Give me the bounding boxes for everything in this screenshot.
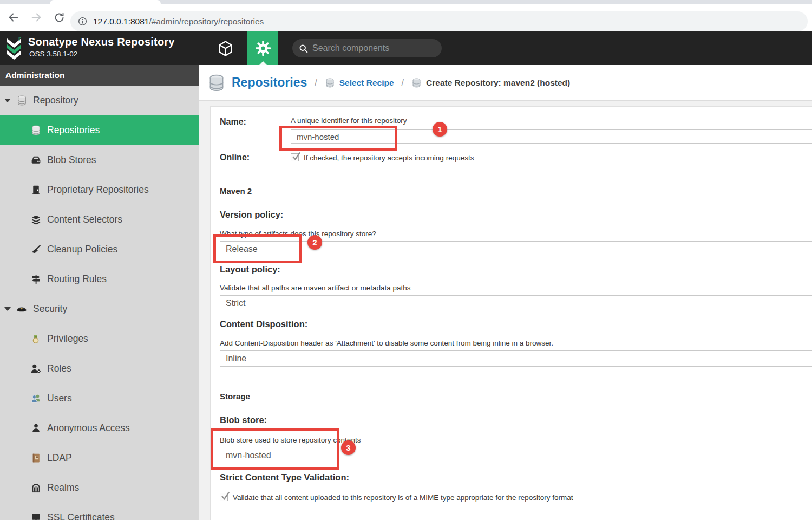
database-icon [16,95,28,107]
layout-policy-select[interactable] [220,295,812,311]
sidebar-item-ssl-certificates[interactable]: SSL Certificates [0,503,199,520]
browser-tab-strip [0,0,812,4]
strict-validation-text: Validate that all content uploaded to th… [233,493,573,502]
sonatype-logo-icon: r [4,35,25,61]
sidebar-item-cleanup-policies[interactable]: Cleanup Policies [0,235,199,264]
sidebar-item-label: Content Selectors [47,214,122,225]
sidebar-item-repositories[interactable]: Repositories [0,115,199,145]
storage-section-heading: Storage [220,392,812,401]
blob-store-select[interactable] [220,447,812,464]
breadcrumb-separator: / [315,78,317,88]
layers-icon [30,214,42,226]
url-bar[interactable]: 127.0.0.1:8081/#admin/repository/reposit… [70,11,808,31]
back-arrow-icon [8,11,19,23]
search-input[interactable] [312,43,421,53]
broom-icon [30,244,42,256]
strict-validation-heading: Strict Content Type Validation: [220,472,812,483]
version-policy-heading: Version policy: [220,210,812,220]
sidebar-item-content-selectors[interactable]: Content Selectors [0,205,199,235]
reload-icon [54,12,65,23]
database-icon [411,77,422,88]
collapse-arrow-icon[interactable] [4,99,11,102]
sidebar-item-privileges[interactable]: Privileges [0,324,199,354]
content-disposition-select[interactable] [220,350,812,367]
person-icon [30,422,42,434]
blob-store-helper: Blob store used to store repository cont… [220,436,812,444]
blob-store-heading: Blob store: [220,415,812,425]
svg-text:r: r [18,35,21,42]
sidebar-item-repository[interactable]: Repository [0,86,199,115]
name-input[interactable] [291,129,812,144]
sidebar-item-roles[interactable]: Roles [0,354,199,384]
breadcrumb-link-repositories[interactable]: Repositories [232,75,307,90]
sidebar-item-label: Security [33,303,67,315]
main-content: Repositories / Select Recipe / Create Re… [199,65,812,520]
content-disposition-heading: Content Disposition: [220,319,812,329]
search-box[interactable] [292,39,442,57]
medal-icon [30,333,42,345]
database-icon [325,77,335,88]
sidebar-item-label: Cleanup Policies [47,244,117,255]
collapse-arrow-icon[interactable] [4,307,11,311]
online-checkbox-text: If checked, the repository accepts incom… [304,153,474,162]
browse-mode-button[interactable] [215,39,235,57]
cube-icon [217,40,234,57]
sidebar-item-label: Proprietary Repositories [47,184,149,196]
name-label: Name: [220,116,291,144]
sidebar-item-label: Blob Stores [47,154,96,166]
maven2-section-heading: Maven 2 [220,186,812,196]
database-icon [207,73,226,93]
browser-active-tab[interactable] [50,0,161,4]
sidebar-item-label: Routing Rules [47,274,107,285]
sidebar-item-label: Repository [33,95,78,106]
sidebar-item-users[interactable]: Users [0,384,199,413]
online-field-row: Online: If checked, the repository accep… [220,152,812,162]
tab-pointer-icon [259,61,267,65]
admin-mode-tab[interactable] [247,31,278,65]
reload-button[interactable] [50,8,68,27]
sidebar-item-blob-stores[interactable]: Blob Stores [0,145,199,175]
name-field-row: Name: A unique identifier for this repos… [220,116,812,144]
signpost-icon [30,274,42,285]
rotunda-icon [30,482,42,494]
app-header: r Sonatype Nexus Repository OSS 3.58.1-0… [0,31,812,65]
name-helper-text: A unique identifier for this repository [291,116,812,125]
checkmark-icon [220,491,231,501]
strict-validation-checkbox[interactable] [220,493,228,501]
version-policy-select[interactable] [220,241,812,257]
sidebar-item-label: Anonymous Access [47,422,130,434]
app-title: Sonatype Nexus Repository [28,36,175,48]
breadcrumb-separator: / [402,78,404,88]
sidebar-item-label: Repositories [47,125,100,136]
back-button[interactable] [4,8,23,27]
police-cap-icon [16,303,28,315]
sidebar-item-anonymous-access[interactable]: Anonymous Access [0,413,199,443]
harddrive-icon [30,154,42,166]
forward-button[interactable] [27,8,45,27]
two-users-icon [30,393,42,405]
breadcrumb-link-select-recipe[interactable]: Select Recipe [339,78,394,88]
online-checkbox[interactable] [291,153,299,161]
site-info-icon[interactable] [78,17,87,26]
admin-sidebar: Administration Repository Repositories B… [0,65,199,520]
address-book-icon [30,452,42,464]
browser-toolbar: 127.0.0.1:8081/#admin/repository/reposit… [0,4,812,31]
sidebar-header: Administration [0,65,199,86]
breadcrumb-current-page: Create Repository: maven2 (hosted) [426,78,570,88]
sidebar-item-label: Users [47,393,72,404]
checkmark-icon [291,151,302,161]
sidebar-item-security[interactable]: Security [0,294,199,324]
sidebar-item-label: Realms [47,482,79,493]
sidebar-item-label: SSL Certificates [47,512,115,520]
sidebar-item-ldap[interactable]: LDAP [0,443,199,473]
certificate-icon [30,512,42,520]
door-icon [30,184,42,196]
sidebar-item-realms[interactable]: Realms [0,473,199,503]
app-version: OSS 3.58.1-02 [29,50,77,58]
sidebar-item-routing-rules[interactable]: Routing Rules [0,264,199,294]
online-label: Online: [220,152,291,162]
create-repository-form: Name: A unique identifier for this repos… [210,106,812,520]
sidebar-item-proprietary-repositories[interactable]: Proprietary Repositories [0,175,199,205]
breadcrumb: Repositories / Select Recipe / Create Re… [199,65,812,101]
url-text: 127.0.0.1:8081/#admin/repository/reposit… [93,17,264,27]
